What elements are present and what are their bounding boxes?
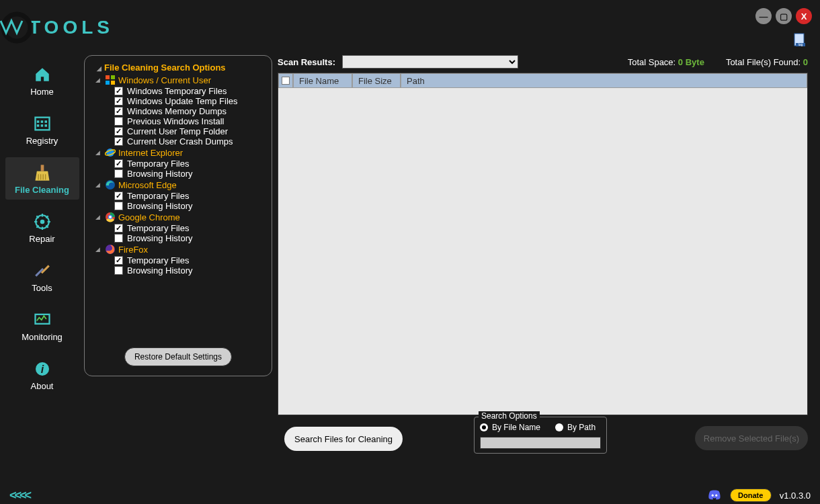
- checkbox[interactable]: [114, 234, 123, 243]
- tree-group-header[interactable]: ◢Google Chrome: [95, 211, 266, 223]
- svg-rect-9: [40, 124, 43, 127]
- tree-group-label: Google Chrome: [118, 212, 180, 222]
- column-header[interactable]: File Size: [352, 73, 401, 88]
- sidebar-item-repair[interactable]: Repair: [5, 206, 79, 249]
- total-files-label: Total File(s) Found: 0: [726, 57, 808, 67]
- sidebar-item-home[interactable]: Home: [5, 59, 79, 101]
- option-item[interactable]: Browsing History: [114, 169, 266, 179]
- sidebar-item-label: About: [31, 381, 54, 391]
- option-item[interactable]: Current User Crash Dumps: [114, 136, 266, 146]
- options-title: ◢File Cleaning Search Options: [90, 62, 266, 73]
- search-options-panel: ◢File Cleaning Search Options ◢Windows /…: [84, 55, 272, 376]
- checkbox[interactable]: [114, 127, 123, 136]
- sidebar-item-label: Tools: [32, 283, 52, 293]
- tree-group-label: Microsoft Edge: [118, 180, 177, 190]
- registry-icon: [32, 113, 53, 134]
- checkbox[interactable]: [114, 107, 123, 116]
- tree-group-edge: ◢Microsoft EdgeTemporary FilesBrowsing H…: [95, 179, 266, 211]
- tree-group-windows: ◢Windows / Current UserWindows Temporary…: [95, 74, 266, 146]
- column-header[interactable]: Path: [401, 73, 807, 88]
- app-logo: TOOLS: [0, 7, 114, 48]
- checkbox[interactable]: [114, 159, 123, 168]
- checkbox[interactable]: [114, 87, 123, 95]
- option-item[interactable]: Windows Memory Dumps: [114, 106, 266, 116]
- checkbox[interactable]: [114, 192, 123, 200]
- checkbox[interactable]: [114, 137, 123, 146]
- search-files-button[interactable]: Search Files for Cleaning: [284, 427, 403, 451]
- tree-group-label: Internet Explorer: [118, 148, 183, 158]
- restore-defaults-button[interactable]: Restore Default Settings: [124, 347, 232, 366]
- collapse-sidebar-button[interactable]: <<<<: [9, 489, 30, 503]
- tree-group-label: FireFox: [118, 245, 148, 255]
- checkbox[interactable]: [114, 256, 123, 265]
- option-label: Temporary Files: [127, 191, 189, 201]
- svg-rect-6: [40, 120, 43, 123]
- checkbox[interactable]: [114, 97, 123, 106]
- close-button[interactable]: X: [796, 8, 812, 24]
- file-cleaning-icon: [32, 162, 53, 183]
- maximize-button[interactable]: ▢: [776, 8, 792, 24]
- option-label: Current User Temp Folder: [127, 126, 228, 136]
- minimize-button[interactable]: —: [755, 8, 772, 24]
- logo-text: TOOLS: [29, 17, 114, 38]
- svg-rect-22: [111, 75, 115, 79]
- discord-icon[interactable]: [707, 489, 722, 501]
- option-item[interactable]: Browsing History: [114, 201, 266, 211]
- sidebar-item-label: Home: [30, 87, 54, 97]
- home-icon: [32, 64, 53, 85]
- sidebar: HomeRegistryFile CleaningRepairToolsMoni…: [0, 55, 84, 487]
- about-icon: i: [32, 358, 53, 380]
- option-label: Browsing History: [127, 201, 193, 211]
- option-item[interactable]: Temporary Files: [114, 255, 266, 265]
- monitoring-icon: [32, 309, 53, 331]
- column-header[interactable]: File Name: [293, 73, 352, 88]
- option-item[interactable]: Windows Temporary Files: [114, 86, 266, 96]
- option-label: Browsing History: [127, 233, 193, 243]
- donate-button[interactable]: Donate: [730, 489, 772, 502]
- option-label: Windows Temporary Files: [127, 86, 227, 96]
- checkbox[interactable]: [114, 266, 123, 275]
- scan-results-label: Scan Results:: [278, 57, 335, 67]
- sidebar-item-file-cleaning[interactable]: File Cleaning: [5, 157, 79, 200]
- option-item[interactable]: Temporary Files: [114, 159, 266, 169]
- option-item[interactable]: Windows Update Temp Files: [114, 96, 266, 106]
- logo-mark-icon: [0, 10, 32, 45]
- log-icon[interactable]: log: [793, 32, 808, 47]
- radio-by-path[interactable]: By Path: [555, 423, 596, 432]
- checkbox[interactable]: [114, 117, 123, 126]
- option-item[interactable]: Temporary Files: [114, 191, 266, 201]
- search-input[interactable]: [480, 437, 601, 449]
- svg-point-30: [109, 216, 112, 218]
- tree-group-header[interactable]: ◢FireFox: [95, 243, 266, 255]
- statusbar: <<<< Donate v1.0.3.0: [0, 487, 820, 504]
- tree-group-header[interactable]: ◢Microsoft Edge: [95, 179, 266, 191]
- svg-text:i: i: [40, 364, 44, 375]
- version-label: v1.0.3.0: [780, 491, 811, 501]
- option-item[interactable]: Current User Temp Folder: [114, 126, 266, 136]
- tree-group-header[interactable]: ◢Windows / Current User: [95, 74, 266, 86]
- repair-icon: [32, 211, 53, 233]
- checkbox[interactable]: [114, 202, 123, 210]
- titlebar: — ▢ X: [0, 0, 820, 32]
- checkbox[interactable]: [114, 224, 123, 233]
- tree-group-header[interactable]: ◢Internet Explorer: [95, 146, 266, 159]
- select-all-checkbox[interactable]: [278, 73, 293, 88]
- option-label: Windows Memory Dumps: [127, 106, 227, 116]
- sidebar-item-tools[interactable]: Tools: [5, 255, 79, 298]
- sidebar-item-label: File Cleaning: [15, 185, 69, 195]
- option-item[interactable]: Browsing History: [114, 265, 266, 276]
- option-item[interactable]: Browsing History: [114, 233, 266, 243]
- sidebar-item-about[interactable]: iAbout: [5, 353, 79, 396]
- tree-group-label: Windows / Current User: [118, 75, 211, 85]
- radio-by-file-name[interactable]: By File Name: [480, 423, 540, 432]
- option-item[interactable]: Previous Windows Install: [114, 116, 266, 126]
- sidebar-item-registry[interactable]: Registry: [5, 108, 79, 151]
- table-body[interactable]: [278, 88, 807, 415]
- scan-results-select[interactable]: [342, 55, 518, 69]
- sidebar-item-monitoring[interactable]: Monitoring: [5, 304, 79, 347]
- tree-group-ie: ◢Internet ExplorerTemporary FilesBrowsin…: [95, 146, 266, 179]
- ie-icon: [105, 147, 116, 158]
- checkbox[interactable]: [114, 169, 123, 178]
- edge-icon: [105, 179, 116, 190]
- option-item[interactable]: Temporary Files: [114, 223, 266, 233]
